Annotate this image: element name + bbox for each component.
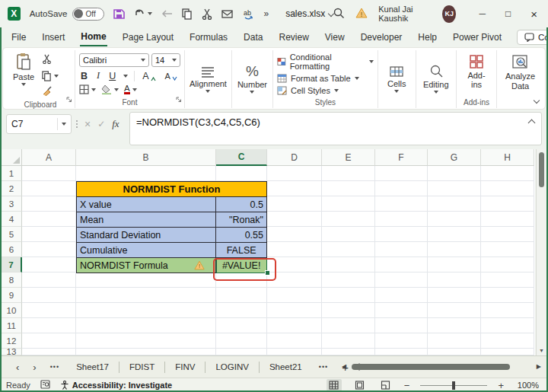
table-title-cell-b2[interactable]: NORMDIST Function [77, 182, 267, 197]
row-header-4[interactable]: 4 [2, 212, 22, 227]
accessibility-status[interactable]: Accessibility: Investigate [60, 381, 172, 390]
grid-cell[interactable] [481, 166, 534, 181]
grid-cell[interactable] [481, 303, 534, 318]
grid-cell[interactable] [267, 227, 322, 242]
grid-cell[interactable] [375, 272, 428, 288]
next-sheet-button[interactable]: › [26, 362, 43, 373]
column-header-A[interactable]: A [22, 149, 76, 166]
autosave-toggle[interactable]: Off [72, 8, 104, 21]
grid-cell[interactable] [375, 196, 428, 212]
tab-data[interactable]: Data [243, 29, 263, 46]
grid-cell[interactable] [76, 333, 216, 349]
tab-file[interactable]: File [11, 29, 27, 46]
grid-cell[interactable] [322, 166, 375, 181]
grid-cell[interactable] [76, 166, 216, 181]
grid-cell[interactable] [22, 288, 76, 303]
autosave-control[interactable]: AutoSave Off [30, 8, 104, 21]
horizontal-scrollbar-thumb[interactable] [352, 364, 510, 370]
scroll-right-icon[interactable]: ▶ [534, 363, 543, 370]
grid-cell[interactable] [481, 196, 534, 212]
grid-cell[interactable] [481, 333, 534, 349]
tab-help[interactable]: Help [417, 29, 438, 46]
cell-c3[interactable]: 0.5 [216, 197, 267, 212]
name-box[interactable]: C7 [6, 114, 72, 134]
column-header-F[interactable]: F [375, 149, 428, 166]
tab-home[interactable]: Home [80, 28, 107, 46]
grid-cell[interactable] [428, 272, 481, 288]
tab-insert[interactable]: Insert [41, 29, 65, 46]
grid-cell[interactable] [375, 227, 428, 242]
column-header-C[interactable]: C [216, 149, 267, 166]
undo-dropdown-icon[interactable] [148, 12, 152, 15]
grid-cell[interactable] [322, 272, 375, 288]
grid-cell[interactable] [375, 349, 428, 355]
grid-cell[interactable] [22, 349, 76, 355]
row-header-12[interactable]: 12 [2, 333, 22, 349]
close-button[interactable]: × [530, 8, 537, 21]
grid-cell[interactable] [22, 333, 76, 349]
maximize-button[interactable]: □ [505, 8, 511, 19]
grid-cell[interactable] [216, 303, 267, 318]
grid-cell[interactable] [267, 318, 322, 333]
grid-cell[interactable] [22, 166, 76, 181]
alignment-button[interactable]: Alignment [186, 65, 230, 94]
enter-entry-icon[interactable]: ✓ [97, 119, 105, 129]
column-header-E[interactable]: E [322, 149, 375, 166]
font-color-button[interactable]: A [124, 84, 137, 94]
cell-b4[interactable]: Mean [77, 212, 216, 228]
grid-cell[interactable] [216, 166, 267, 181]
grid-cell[interactable] [76, 272, 216, 288]
user-name[interactable]: Kunal Jai Kaushik [378, 5, 432, 23]
cell-c5[interactable]: 0.55 [216, 228, 267, 243]
zoom-level[interactable]: 100% [515, 381, 539, 390]
italic-button[interactable]: I [95, 70, 101, 81]
vertical-scrollbar-thumb[interactable] [539, 152, 544, 187]
macro-record-icon[interactable] [40, 380, 50, 390]
tab-formulas[interactable]: Formulas [189, 29, 228, 46]
grid-cell[interactable] [322, 212, 375, 227]
minimize-button[interactable]: ─ [479, 8, 486, 19]
sheet-tab-finv[interactable]: FINV [165, 362, 205, 371]
bold-button[interactable]: B [79, 71, 89, 81]
grid-cell[interactable] [267, 166, 322, 181]
cell-b6[interactable]: Cumulative [77, 243, 216, 258]
grid-cell[interactable] [428, 257, 481, 272]
row-header-10[interactable]: 10 [2, 303, 22, 318]
grid-cell[interactable] [216, 349, 267, 355]
scroll-down-icon[interactable]: ▼ [539, 348, 544, 353]
grid-cell[interactable] [267, 212, 322, 227]
select-all-corner[interactable] [2, 149, 22, 166]
grid-cell[interactable] [428, 242, 481, 257]
grid-cell[interactable] [322, 318, 375, 333]
grid-cell[interactable] [428, 349, 481, 355]
grid-cell[interactable] [216, 318, 267, 333]
row-header-7[interactable]: 7 [2, 257, 22, 272]
grid-cell[interactable] [428, 181, 481, 196]
grid-cell[interactable] [375, 257, 428, 272]
grid-cell[interactable] [22, 318, 76, 333]
underline-button[interactable]: U [107, 71, 117, 81]
column-header-B[interactable]: B [76, 149, 216, 166]
font-size-select[interactable]: 14 [151, 53, 180, 67]
grid-cell[interactable] [22, 303, 76, 318]
search-icon[interactable] [333, 8, 345, 21]
row-header-3[interactable]: 3 [2, 196, 22, 212]
row-header-6[interactable]: 6 [2, 242, 22, 257]
row-header-8[interactable]: 8 [2, 272, 22, 288]
analyze-data-button[interactable]: Analyze Data [501, 53, 540, 92]
grid-cell[interactable] [22, 257, 76, 272]
grid-cell[interactable] [375, 303, 428, 318]
excel-app-icon[interactable]: X [8, 7, 21, 21]
grid-cell[interactable] [76, 318, 216, 333]
zoom-slider-thumb[interactable] [452, 381, 455, 390]
conditional-formatting-button[interactable]: Conditional Formatting [277, 51, 374, 72]
grid-cell[interactable] [22, 227, 76, 242]
insert-function-button[interactable]: fx [112, 118, 119, 130]
cell-b5[interactable]: Standard Deviation [77, 228, 216, 243]
more-sheets-button-2[interactable]: ••• [312, 363, 335, 371]
vertical-scrollbar[interactable]: ▼ [536, 149, 546, 355]
grid-cell[interactable] [481, 318, 534, 333]
grid-cell[interactable] [267, 303, 322, 318]
grid-cell[interactable] [22, 272, 76, 288]
tab-power-pivot[interactable]: Power Pivot [452, 29, 502, 46]
